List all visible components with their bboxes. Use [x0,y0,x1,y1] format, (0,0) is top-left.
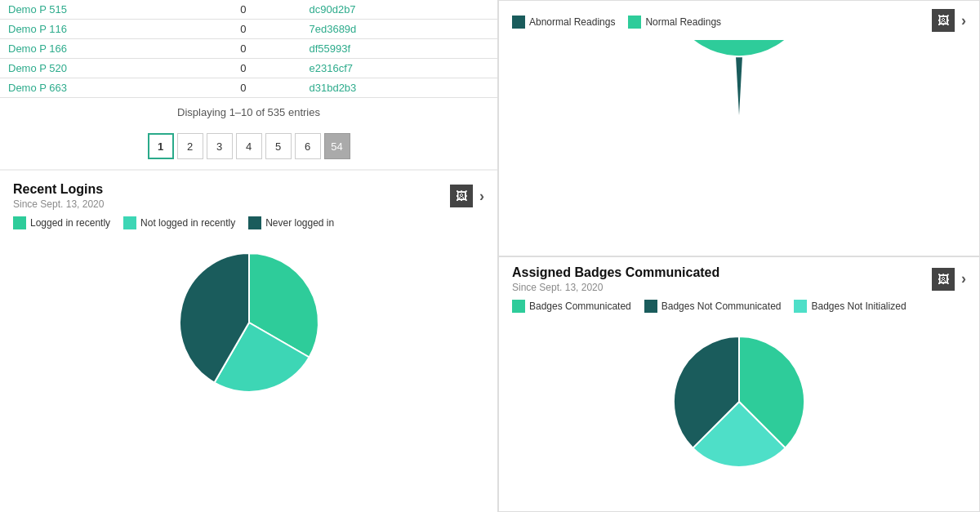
legend-item: Badges Not Communicated [644,300,782,313]
recent-logins-subtitle: Since Sept. 13, 2020 [13,198,104,210]
legend-item: Abnormal Readings [512,16,615,29]
page-btn[interactable]: 6 [295,133,321,159]
row-hash[interactable]: 7ed3689d [301,20,497,39]
legend-item: Normal Readings [628,16,721,29]
data-table: Demo P 515 0 dc90d2b7 Demo P 116 0 7ed36… [0,0,497,98]
row-name[interactable]: Demo P 166 [0,39,232,59]
legend-label: Logged in recently [30,217,110,229]
row-name[interactable]: Demo P 663 [0,78,232,98]
row-count: 0 [232,20,301,39]
pagination-info: Displaying 1–10 of 535 entries [0,98,497,127]
legend-color-swatch [123,216,136,229]
row-count: 0 [232,0,301,20]
row-name[interactable]: Demo P 515 [0,0,232,20]
legend-color-swatch [248,216,261,229]
recent-logins-image-icon[interactable]: 🖼 [450,185,473,207]
legend-color-swatch [644,300,657,313]
row-count: 0 [232,78,301,98]
recent-logins-controls: 🖼 › [450,185,484,207]
recent-logins-title-group: Recent Logins Since Sept. 13, 2020 [13,182,104,210]
page-btn[interactable]: 2 [177,133,203,159]
legend-item: Never logged in [248,216,334,229]
table-row: Demo P 515 0 dc90d2b7 [0,0,497,20]
abnormal-image-icon[interactable]: 🖼 [932,9,955,32]
abnormal-readings-legend: Abnormal ReadingsNormal Readings [512,9,932,32]
assigned-badges-controls: 🖼 › [932,268,966,291]
legend-color-swatch [512,300,525,313]
legend-color-swatch [512,16,525,29]
legend-label: Badges Not Initialized [811,301,906,312]
recent-logins-chart [13,233,484,412]
legend-label: Normal Readings [645,16,721,28]
assigned-badges-subtitle: Since Sept. 13, 2020 [512,282,719,293]
row-hash[interactable]: dc90d2b7 [301,0,497,20]
page-btn[interactable]: 54 [324,133,350,159]
abnormal-readings-header: Abnormal ReadingsNormal Readings 🖼 › [512,9,966,32]
assigned-badges-card: Assigned Badges Communicated Since Sept.… [498,256,980,513]
badges-chart [512,316,966,479]
page-btn[interactable]: 4 [236,133,262,159]
legend-label: Never logged in [265,217,334,229]
row-hash[interactable]: df55993f [301,39,497,59]
badges-arrow[interactable]: › [961,270,966,287]
legend-label: Not logged in recently [140,217,235,229]
legend-color-swatch [628,16,641,29]
legend-item: Logged in recently [13,216,110,229]
table-row: Demo P 520 0 e2316cf7 [0,59,497,78]
recent-logins-section: Recent Logins Since Sept. 13, 2020 🖼 › L… [0,169,497,412]
recent-logins-title: Recent Logins [13,182,104,197]
pagination: 12345654 [0,127,497,169]
assigned-badges-title-group: Assigned Badges Communicated Since Sept.… [512,265,719,293]
table-row: Demo P 663 0 d31bd2b3 [0,78,497,98]
legend-color-swatch [13,216,26,229]
assigned-badges-title: Assigned Badges Communicated [512,265,719,280]
left-panel: Demo P 515 0 dc90d2b7 Demo P 116 0 7ed36… [0,0,498,512]
right-panel: Abnormal ReadingsNormal Readings 🖼 › [498,0,980,512]
row-name[interactable]: Demo P 520 [0,59,232,78]
page-btn[interactable]: 5 [265,133,292,159]
recent-logins-legend: Logged in recentlyNot logged in recently… [13,210,484,233]
table-row: Demo P 166 0 df55993f [0,39,497,59]
abnormal-readings-chart [512,32,966,220]
row-count: 0 [232,59,301,78]
legend-item: Badges Not Initialized [794,300,906,313]
legend-label: Badges Not Communicated [662,301,782,312]
data-table-section: Demo P 515 0 dc90d2b7 Demo P 116 0 7ed36… [0,0,497,169]
badges-legend: Badges CommunicatedBadges Not Communicat… [512,293,966,316]
legend-label: Abnormal Readings [529,16,615,28]
table-row: Demo P 116 0 7ed3689d [0,20,497,39]
row-hash[interactable]: d31bd2b3 [301,78,497,98]
abnormal-readings-card: Abnormal ReadingsNormal Readings 🖼 › [498,0,980,256]
row-name[interactable]: Demo P 116 [0,20,232,39]
badges-image-icon[interactable]: 🖼 [932,268,955,291]
page-btn[interactable]: 3 [207,133,233,159]
legend-item: Badges Communicated [512,300,631,313]
assigned-badges-header: Assigned Badges Communicated Since Sept.… [512,265,966,293]
legend-color-swatch [794,300,807,313]
legend-label: Badges Communicated [529,301,631,312]
page-btn[interactable]: 1 [148,133,174,159]
row-count: 0 [232,39,301,59]
abnormal-readings-controls: 🖼 › [932,9,966,32]
row-hash[interactable]: e2316cf7 [301,59,497,78]
legend-item: Not logged in recently [123,216,235,229]
abnormal-arrow[interactable]: › [961,12,966,29]
recent-logins-arrow[interactable]: › [479,188,484,205]
recent-logins-header: Recent Logins Since Sept. 13, 2020 🖼 › [13,182,484,210]
